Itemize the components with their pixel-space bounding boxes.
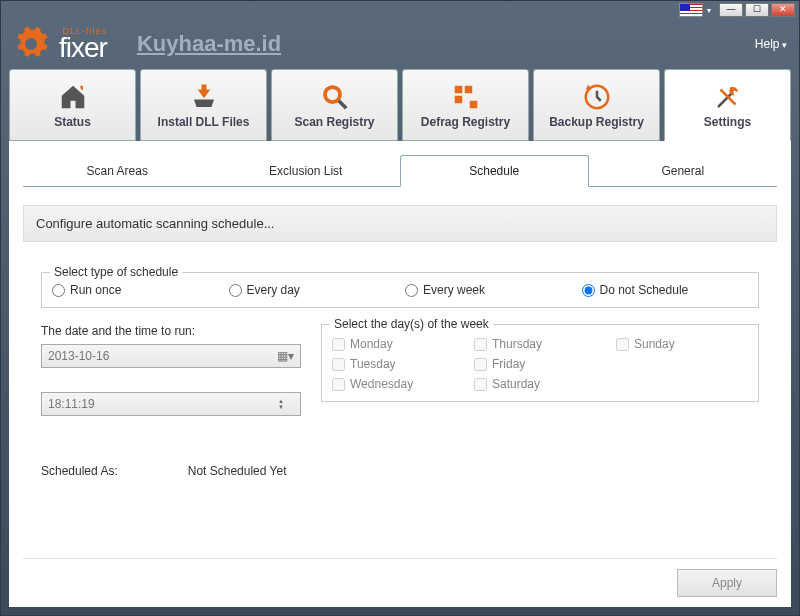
checkbox-friday[interactable]: Friday	[474, 357, 606, 371]
time-spinner-icon[interactable]: ▲▼	[278, 398, 294, 410]
subtab-exclusion-list[interactable]: Exclusion List	[212, 155, 401, 186]
tab-backup-label: Backup Registry	[549, 115, 644, 129]
scheduled-as-label: Scheduled As:	[41, 464, 118, 478]
radio-every-day-input[interactable]	[229, 284, 242, 297]
close-button[interactable]: ✕	[771, 3, 795, 17]
scheduled-as-value: Not Scheduled Yet	[188, 464, 287, 478]
checkbox-wednesday[interactable]: Wednesday	[332, 377, 464, 391]
time-picker[interactable]: 18:11:19 ▲▼	[41, 392, 301, 416]
radio-every-day[interactable]: Every day	[229, 283, 396, 297]
language-dropdown-icon[interactable]: ▾	[707, 6, 711, 15]
download-icon	[189, 82, 219, 112]
checkbox-thursday[interactable]: Thursday	[474, 337, 606, 351]
minimize-button[interactable]: —	[719, 3, 743, 17]
footer-bar: Apply	[23, 558, 777, 597]
svg-rect-3	[454, 95, 462, 103]
home-icon	[58, 82, 88, 112]
gear-logo-icon	[13, 26, 49, 62]
tab-defrag-label: Defrag Registry	[421, 115, 510, 129]
section-banner: Configure automatic scanning schedule...	[23, 205, 777, 242]
radio-do-not-schedule[interactable]: Do not Schedule	[582, 283, 749, 297]
svg-rect-2	[464, 85, 472, 93]
tab-backup-registry[interactable]: Backup Registry	[533, 69, 660, 141]
titlebar: ▾ — ☐ ✕	[1, 1, 799, 19]
checkbox-sunday[interactable]: Sunday	[616, 337, 748, 351]
schedule-form: Select type of schedule Run once Every d…	[23, 272, 777, 478]
checkbox-saturday[interactable]: Saturday	[474, 377, 606, 391]
date-value: 2013-10-16	[48, 349, 109, 363]
tab-settings[interactable]: Settings	[664, 69, 791, 141]
apply-button[interactable]: Apply	[677, 569, 777, 597]
main-tab-bar: Status Install DLL Files Scan Registry D…	[1, 69, 799, 141]
time-value: 18:11:19	[48, 397, 95, 411]
checkbox-monday[interactable]: Monday	[332, 337, 464, 351]
date-picker[interactable]: 2013-10-16 ▦▾	[41, 344, 301, 368]
svg-rect-4	[469, 100, 477, 108]
tab-install-dll[interactable]: Install DLL Files	[140, 69, 267, 141]
subtab-schedule[interactable]: Schedule	[400, 155, 589, 187]
search-icon	[320, 82, 350, 112]
radio-run-once[interactable]: Run once	[52, 283, 219, 297]
tab-status[interactable]: Status	[9, 69, 136, 141]
tab-install-label: Install DLL Files	[158, 115, 250, 129]
header: DLL-files fixer Kuyhaa-me.id Help	[1, 19, 799, 69]
svg-point-0	[325, 87, 340, 102]
days-of-week-group: Select the day(s) of the week Monday Thu…	[321, 324, 759, 402]
help-menu[interactable]: Help	[755, 37, 787, 51]
tab-status-label: Status	[54, 115, 91, 129]
radio-do-not-schedule-input[interactable]	[582, 284, 595, 297]
language-flag-icon[interactable]	[679, 3, 703, 17]
tab-defrag-registry[interactable]: Defrag Registry	[402, 69, 529, 141]
brand-name: fixer	[59, 35, 107, 60]
radio-every-week[interactable]: Every week	[405, 283, 572, 297]
svg-rect-1	[454, 85, 462, 93]
content-area: Scan Areas Exclusion List Schedule Gener…	[9, 141, 791, 607]
tab-settings-label: Settings	[704, 115, 751, 129]
days-legend: Select the day(s) of the week	[330, 317, 493, 331]
watermark-text: Kuyhaa-me.id	[137, 31, 281, 57]
subtab-general[interactable]: General	[589, 155, 778, 186]
defrag-icon	[451, 82, 481, 112]
schedule-type-legend: Select type of schedule	[50, 265, 182, 279]
app-window: ▾ — ☐ ✕ DLL-files fixer Kuyhaa-me.id Hel…	[0, 0, 800, 616]
tab-scan-registry[interactable]: Scan Registry	[271, 69, 398, 141]
sub-tab-bar: Scan Areas Exclusion List Schedule Gener…	[23, 155, 777, 187]
radio-every-week-input[interactable]	[405, 284, 418, 297]
brand-logo: DLL-files fixer	[59, 27, 107, 60]
checkbox-tuesday[interactable]: Tuesday	[332, 357, 464, 371]
backup-icon	[582, 82, 612, 112]
schedule-type-group: Select type of schedule Run once Every d…	[41, 272, 759, 308]
tab-scan-label: Scan Registry	[294, 115, 374, 129]
datetime-label: The date and the time to run:	[41, 324, 301, 338]
radio-run-once-input[interactable]	[52, 284, 65, 297]
tools-icon	[713, 82, 743, 112]
calendar-dropdown-icon[interactable]: ▦▾	[277, 349, 294, 363]
subtab-scan-areas[interactable]: Scan Areas	[23, 155, 212, 186]
maximize-button[interactable]: ☐	[745, 3, 769, 17]
